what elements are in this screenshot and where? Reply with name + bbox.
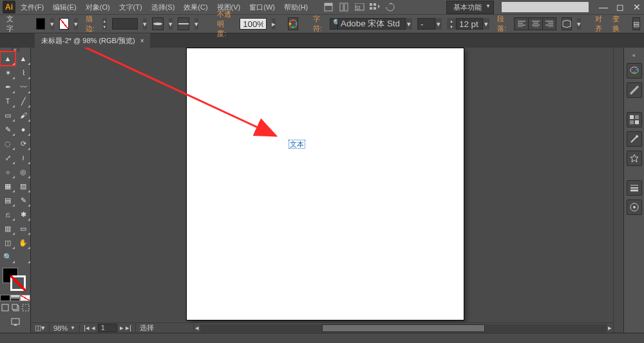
maximize-button[interactable]: ◻ [616, 3, 625, 12]
menu-select[interactable]: 选择(S) [147, 1, 179, 14]
draw-behind[interactable] [12, 304, 19, 315]
menu-help[interactable]: 帮助(H) [280, 1, 312, 14]
font-family-dropdown[interactable]: ▾ [406, 18, 412, 30]
canvas-area[interactable]: 文本 ◫▾ 98%▼ |◂ ◂ ▸ ▸| 选择 ◂ ▸ [31, 48, 623, 333]
paragraph-label[interactable]: 段落: [495, 14, 509, 33]
menu-edit[interactable]: 编辑(E) [49, 1, 80, 14]
brush-definition[interactable] [178, 17, 189, 30]
blob-brush-tool[interactable]: ● [15, 122, 31, 136]
color-panel-icon[interactable] [627, 63, 642, 79]
panel-menu-button[interactable]: ▤ [632, 17, 640, 30]
artboard-nav[interactable]: |◂ ◂ ▸ ▸| [80, 324, 136, 332]
stroke-weight-field[interactable] [112, 18, 138, 30]
stroke-swatch[interactable] [59, 18, 69, 30]
grid-view-icon[interactable] [370, 2, 380, 12]
fill-swatch[interactable] [36, 18, 46, 30]
text-object[interactable]: 文本 [289, 140, 305, 149]
free-transform-tool[interactable]: ⟐ [0, 165, 15, 179]
hscroll-thumb[interactable] [322, 324, 484, 332]
direct-selection-tool[interactable]: ▲ [15, 51, 31, 66]
mesh-tool[interactable]: ▨ [15, 179, 31, 193]
artboard-number-field[interactable] [98, 324, 117, 332]
gradient-panel-icon[interactable] [627, 199, 642, 215]
font-search-icon[interactable]: 🔍 [330, 18, 337, 30]
pencil-tool[interactable]: ✎ [0, 122, 15, 136]
sync-icon[interactable] [385, 2, 395, 12]
dock-collapse[interactable]: « [624, 51, 644, 59]
document-tab[interactable]: 未标题-2* @ 98% (RGB/预览) × [35, 33, 150, 48]
zoom-level[interactable]: 98% [53, 324, 68, 332]
color-guide-panel-icon[interactable] [627, 82, 642, 98]
swatches-panel-icon[interactable] [627, 112, 642, 127]
font-family-field[interactable] [337, 18, 406, 30]
search-field[interactable] [504, 4, 586, 11]
recolor-artwork-button[interactable] [288, 17, 298, 30]
menu-object[interactable]: 对象(O) [82, 1, 114, 14]
menu-window[interactable]: 窗口(W) [245, 1, 279, 14]
transform-label[interactable]: 变换 [610, 14, 622, 33]
fill-dropdown[interactable]: ▾ [50, 18, 54, 30]
font-size-field[interactable] [456, 18, 483, 30]
line-segment-tool[interactable]: ╱ [15, 94, 31, 108]
align2-label[interactable]: 对齐 [592, 14, 605, 33]
color-mode-solid[interactable] [0, 292, 10, 304]
brushes-panel-icon[interactable] [627, 131, 642, 147]
brush-dropdown[interactable]: ▾ [194, 18, 198, 30]
variable-width-profile[interactable] [152, 17, 164, 30]
width-tool[interactable]: ≀ [15, 151, 31, 165]
screen-mode-button[interactable] [11, 318, 20, 329]
search-input[interactable] [502, 2, 589, 12]
zoom-tool[interactable]: 🔍 [0, 250, 15, 264]
font-style-dropdown[interactable]: ▾ [435, 18, 442, 30]
horizontal-scrollbar[interactable] [200, 324, 607, 332]
perspective-grid-tool[interactable]: ▦ [0, 179, 15, 193]
artboard-tool[interactable]: ▭ [15, 221, 31, 236]
font-size-dropdown[interactable]: ▾ [483, 18, 489, 30]
make-envelope-button[interactable] [562, 17, 572, 30]
rotate-tool[interactable]: ⟳ [15, 136, 31, 151]
scale-tool[interactable]: ⤢ [0, 151, 15, 165]
minimize-button[interactable]: — [599, 3, 608, 12]
stroke-panel-icon[interactable] [627, 180, 642, 196]
bridge-icon[interactable] [323, 2, 334, 12]
paintbrush-tool[interactable]: 🖌 [15, 108, 31, 122]
stock-icon[interactable]: St [354, 2, 365, 12]
type-tool[interactable]: T [0, 94, 15, 108]
shape-builder-tool[interactable]: ◎ [15, 165, 31, 179]
color-mode-none[interactable] [20, 292, 30, 304]
hscroll-left-button[interactable]: ◂ [194, 324, 200, 332]
character-label[interactable]: 字符: [310, 14, 325, 33]
stroke-weight-dropdown[interactable]: ▾ [143, 18, 147, 30]
gradient-tool[interactable]: ▤ [0, 193, 15, 207]
artboard[interactable]: 文本 [187, 48, 464, 320]
artboard-nav-button[interactable]: ◫▾ [31, 324, 50, 332]
draw-inside[interactable] [22, 304, 30, 315]
opacity-label[interactable]: 不透明度: [214, 10, 234, 39]
blend-tool[interactable]: ⎌ [0, 207, 15, 221]
menu-effect[interactable]: 效果(C) [180, 1, 211, 14]
eyedropper-tool[interactable]: ✎ [15, 193, 31, 207]
font-style-field[interactable] [417, 18, 435, 30]
close-button[interactable]: ✕ [632, 3, 641, 12]
symbols-panel-icon[interactable] [627, 151, 642, 166]
stroke-dropdown[interactable]: ▾ [74, 18, 78, 30]
symbol-sprayer-tool[interactable]: ✱ [15, 207, 31, 221]
hscroll-right-button[interactable]: ▸ [607, 324, 613, 332]
arrange-docs-icon[interactable] [339, 2, 349, 12]
align-left-button[interactable] [514, 17, 528, 30]
stroke-label[interactable]: 描边: [83, 14, 97, 33]
fill-stroke-control[interactable] [0, 266, 30, 292]
hand-tool[interactable]: ✋ [15, 236, 31, 250]
align-right-button[interactable] [542, 17, 556, 30]
menu-file[interactable]: 文件(F) [17, 1, 48, 14]
color-mode-gradient[interactable] [10, 292, 21, 304]
vertical-scrollbar[interactable] [613, 48, 623, 333]
rectangle-tool[interactable]: ▭ [0, 108, 15, 122]
curvature-tool[interactable]: 〰 [15, 80, 31, 94]
pen-tool[interactable]: ✒ [0, 80, 15, 94]
envelope-dropdown[interactable]: ▾ [577, 18, 581, 30]
slice-tool[interactable]: ◫ [0, 236, 15, 250]
draw-normal[interactable] [1, 304, 9, 315]
tab-close-button[interactable]: × [140, 37, 144, 44]
stroke-weight-stepper[interactable]: ▲▼ [102, 18, 107, 30]
